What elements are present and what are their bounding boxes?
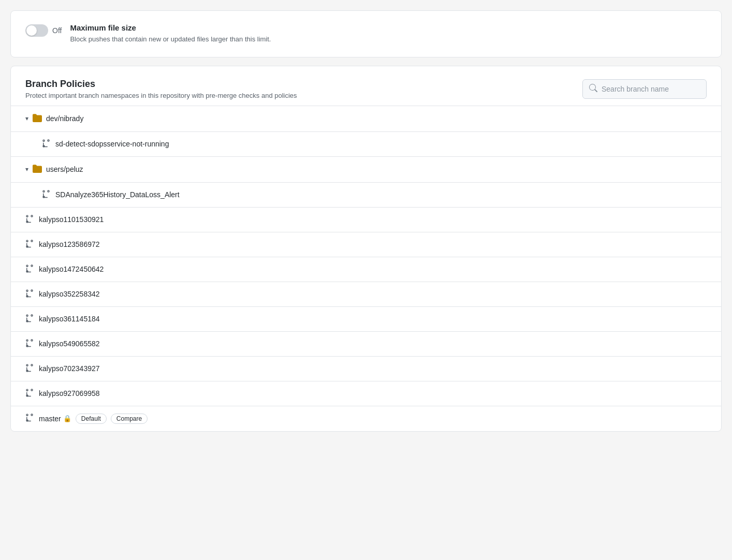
- branch-policies-card: Branch Policies Protect important branch…: [10, 66, 722, 432]
- branch-name-sd-detect: sd-detect-sdopsservice-not-running: [55, 140, 169, 148]
- toggle-knob: [26, 25, 37, 36]
- list-item: kalypso1101530921: [11, 208, 721, 232]
- branch-sd-detect: sd-detect-sdopsservice-not-running: [11, 132, 721, 157]
- folder-icon: [33, 113, 42, 124]
- branch-name-text: kalypso702343927: [39, 364, 100, 373]
- list-item: kalypso123586972: [11, 232, 721, 257]
- setting-description: Block pushes that contain new or updated…: [70, 34, 271, 45]
- folder-dev-label: dev/nibrady: [46, 114, 83, 123]
- list-item: kalypso1472450642: [11, 257, 721, 282]
- branch-name-text: kalypso123586972: [39, 240, 100, 248]
- branch-name-text: kalypso1101530921: [39, 215, 104, 224]
- list-item: kalypso702343927: [11, 357, 721, 381]
- branch-policies-title-section: Branch Policies Protect important branch…: [25, 79, 297, 99]
- branch-badge[interactable]: Default: [76, 414, 107, 424]
- branch-name-text: kalypso549065582: [39, 340, 100, 348]
- git-branch-icon: [25, 314, 34, 324]
- git-branch-icon-2: [42, 190, 50, 200]
- git-branch-icon: [25, 264, 34, 274]
- git-branch-icon: [25, 364, 34, 374]
- git-branch-icon: [25, 215, 34, 225]
- standalone-branches-container: kalypso1101530921 kalypso123586972 kalyp…: [11, 208, 721, 431]
- toggle-wrapper: Off: [25, 24, 62, 37]
- git-branch-icon: [25, 240, 34, 249]
- toggle-state-label: Off: [52, 26, 62, 35]
- branch-policies-header: Branch Policies Protect important branch…: [11, 66, 721, 106]
- git-branch-icon: [42, 139, 50, 149]
- branch-policies-title: Branch Policies: [25, 79, 297, 90]
- git-branch-icon: [25, 289, 34, 299]
- branch-badge[interactable]: Compare: [111, 414, 148, 424]
- list-item: kalypso927069958: [11, 381, 721, 406]
- chevron-down-icon: ▾: [25, 115, 28, 122]
- folder-group-users[interactable]: ▾ users/peluz: [11, 157, 721, 183]
- folder-users-label: users/peluz: [46, 165, 83, 173]
- list-item: kalypso352258342: [11, 282, 721, 307]
- file-size-card: Off Maximum file size Block pushes that …: [10, 10, 722, 57]
- branch-name-text: kalypso927069958: [39, 389, 100, 397]
- branch-name-sdanalyze: SDAnalyze365History_DataLoss_Alert: [55, 190, 180, 199]
- branch-name-text: master: [39, 415, 61, 423]
- folder-group-dev[interactable]: ▾ dev/nibrady: [11, 106, 721, 132]
- git-branch-icon: [25, 339, 34, 349]
- search-branch-wrapper[interactable]: [582, 79, 707, 99]
- search-icon: [589, 84, 597, 94]
- branch-name-text: kalypso1472450642: [39, 265, 104, 273]
- list-item: master🔒DefaultCompare: [11, 406, 721, 431]
- lock-icon: 🔒: [63, 415, 71, 422]
- branch-name-text: kalypso352258342: [39, 290, 100, 298]
- setting-title: Maximum file size: [70, 23, 271, 32]
- branch-list: ▾ dev/nibrady sd-detect-sdopsservice-not…: [11, 106, 721, 431]
- setting-info: Maximum file size Block pushes that cont…: [70, 23, 271, 45]
- search-branch-input[interactable]: [602, 85, 700, 93]
- branch-name-text: kalypso361145184: [39, 315, 100, 323]
- branch-sdanalyze: SDAnalyze365History_DataLoss_Alert: [11, 183, 721, 208]
- git-branch-icon: [25, 414, 34, 423]
- list-item: kalypso361145184: [11, 307, 721, 332]
- chevron-down-icon-2: ▾: [25, 166, 28, 173]
- branch-policies-description: Protect important branch namespaces in t…: [25, 92, 297, 99]
- max-file-size-toggle[interactable]: [25, 24, 48, 37]
- list-item: kalypso549065582: [11, 332, 721, 357]
- toggle-row: Off Maximum file size Block pushes that …: [25, 23, 707, 45]
- git-branch-icon: [25, 389, 34, 399]
- folder-icon-2: [33, 164, 42, 175]
